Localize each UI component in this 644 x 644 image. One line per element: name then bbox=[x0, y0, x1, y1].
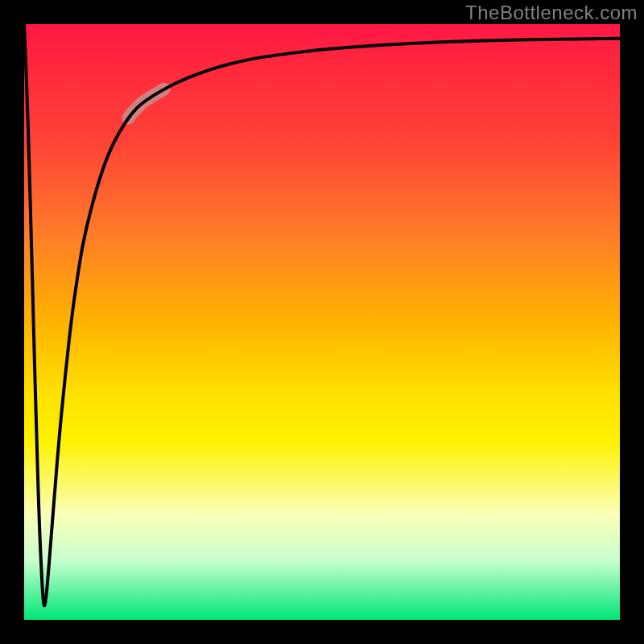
chart-frame: TheBottleneck.com bbox=[0, 0, 644, 644]
curve-overlay bbox=[24, 24, 620, 620]
watermark-text: TheBottleneck.com bbox=[465, 2, 638, 24]
plot-gradient-area bbox=[24, 24, 620, 620]
bottleneck-curve-line bbox=[24, 24, 620, 605]
